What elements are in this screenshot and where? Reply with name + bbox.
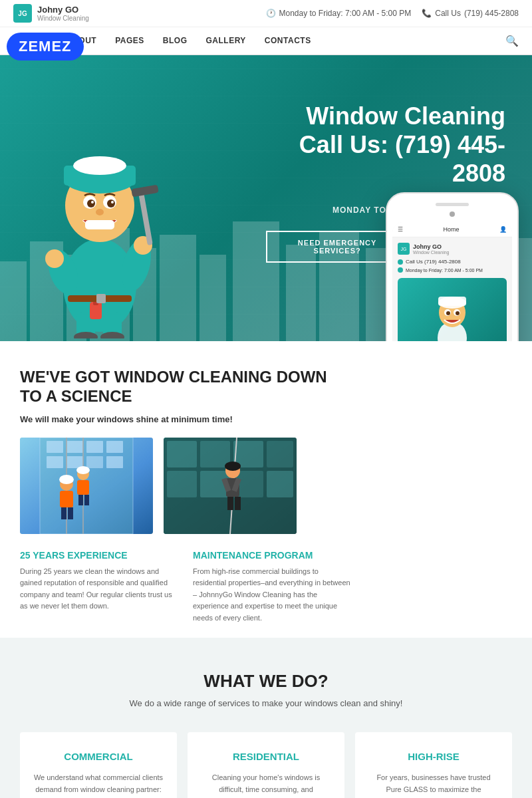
phone-info[interactable]: 📞 Call Us (719) 445-2808	[422, 9, 519, 18]
feature-text-2: From high-rise commercial buildings to r…	[193, 566, 352, 624]
call-label: Call Us	[435, 9, 461, 18]
phone-mockup: ☰ Home 👤 JG Johny GO Window Cleaning	[386, 192, 519, 341]
nav-item-contacts[interactable]: CONTACTS	[255, 28, 321, 55]
search-icon[interactable]: 🔍	[505, 35, 519, 47]
hero-section: Window Cleaning Call Us: (719) 445-2808 …	[0, 55, 532, 341]
what-title: WHAT WE DO?	[20, 671, 512, 692]
feature-maintenance: MAINTENANCE PROGRAM From high-rise comme…	[193, 550, 352, 624]
service-text-highrise: For years, businesses have trusted Pure …	[368, 771, 499, 798]
svg-rect-66	[61, 507, 66, 519]
svg-rect-0	[0, 261, 27, 341]
phone-call-icon	[398, 259, 403, 265]
about-left: WE'VE GOT WINDOW CLEANING DOWN TO A SCIE…	[20, 368, 352, 624]
svg-rect-30	[85, 220, 114, 229]
workers-image-2	[164, 438, 297, 534]
service-highrise: HIGH-RISE For years, businesses have tru…	[355, 732, 512, 798]
svg-rect-91	[235, 497, 241, 510]
hero-title: Window Cleaning Call Us: (719) 445-2808	[266, 102, 505, 188]
workers-svg-2	[164, 438, 297, 534]
svg-rect-44	[438, 297, 466, 306]
mascot-svg	[27, 99, 173, 338]
svg-rect-40	[96, 294, 106, 303]
brand-info: Johny GO Window Cleaning	[37, 5, 89, 22]
service-commercial: COMMERCIAL We understand what commercial…	[20, 732, 177, 798]
top-bar: JG Johny GO Window Cleaning 🕐 Monday to …	[0, 0, 532, 27]
svg-point-72	[59, 475, 74, 484]
svg-rect-77	[200, 441, 230, 467]
what-subtitle: We do a wide range of services to make y…	[20, 698, 512, 708]
about-content: WE'VE GOT WINDOW CLEANING DOWN TO A SCIE…	[20, 368, 512, 624]
phone-hours-icon	[398, 267, 403, 273]
svg-point-47	[446, 311, 450, 315]
phone-mascot-svg	[426, 281, 479, 341]
hours-text: Monday to Friday: 7:00 AM - 5:00 PM	[279, 9, 412, 18]
feature-title-1: 25 YEARS EXPERIENCE	[20, 550, 180, 561]
zemez-badge[interactable]: ZEMEZ	[7, 33, 84, 61]
phone-outer: ☰ Home 👤 JG Johny GO Window Cleaning	[386, 192, 519, 341]
about-title: WE'VE GOT WINDOW CLEANING DOWN TO A SCIE…	[20, 368, 352, 406]
about-section: WE'VE GOT WINDOW CLEANING DOWN TO A SCIE…	[0, 341, 532, 638]
svg-rect-69	[77, 480, 89, 495]
svg-point-22	[73, 156, 126, 175]
svg-point-27	[91, 201, 94, 203]
brand-name: Johny GO	[37, 5, 89, 15]
logo-icon: JG	[13, 4, 32, 23]
svg-rect-60	[86, 456, 103, 468]
service-residential: RESIDENTIAL Cleaning your home's windows…	[188, 732, 344, 798]
svg-rect-56	[86, 441, 103, 453]
svg-rect-6	[200, 255, 226, 341]
phone-brand-info: Johny GO Window Cleaning	[413, 243, 449, 255]
what-we-do-section: WHAT WE DO? We do a wide range of servic…	[0, 638, 532, 798]
about-image-1	[20, 438, 153, 534]
svg-rect-57	[106, 441, 123, 453]
phone-brand-name: Johny GO	[413, 243, 449, 250]
svg-point-29	[96, 209, 104, 215]
svg-rect-61	[106, 456, 123, 468]
svg-point-73	[76, 466, 90, 474]
phone-screen: ☰ Home 👤 JG Johny GO Window Cleaning	[392, 222, 512, 341]
svg-point-26	[107, 200, 115, 207]
service-title-highrise: HIGH-RISE	[368, 751, 499, 762]
svg-rect-59	[66, 456, 83, 468]
workers-svg-1	[20, 438, 153, 534]
phone-number: (719) 445-2808	[464, 9, 519, 18]
svg-point-28	[111, 201, 114, 203]
nav-item-pages[interactable]: PAGES	[106, 28, 154, 55]
phone-call-text: Call Us (719) 445-2808	[406, 259, 461, 265]
about-subtitle: We will make your windows shine at minim…	[20, 414, 352, 424]
workers-image-1	[20, 438, 153, 534]
phone-camera	[450, 211, 455, 217]
svg-rect-65	[60, 491, 73, 507]
nav-item-blog[interactable]: BLOG	[154, 28, 197, 55]
svg-rect-67	[68, 507, 73, 519]
svg-point-32	[45, 249, 64, 268]
svg-rect-80	[167, 471, 197, 497]
svg-point-25	[87, 200, 95, 207]
service-title-residential: RESIDENTIAL	[201, 751, 331, 762]
phone-hours-row: Monday to Friday: 7:00 AM - 5:00 PM	[398, 267, 507, 273]
svg-rect-71	[84, 495, 89, 505]
feature-text-1: During 25 years we clean the windows and…	[20, 566, 180, 612]
feature-experience: 25 YEARS EXPERIENCE During 25 years we c…	[20, 550, 180, 624]
svg-point-86	[225, 462, 241, 471]
services-grid: COMMERCIAL We understand what commercial…	[20, 732, 512, 798]
top-bar-right: 🕐 Monday to Friday: 7:00 AM - 5:00 PM 📞 …	[266, 9, 519, 18]
feature-grid: 25 YEARS EXPERIENCE During 25 years we c…	[20, 550, 352, 624]
phone-logo-row: JG Johny GO Window Cleaning	[398, 243, 507, 255]
feature-title-2: MAINTENANCE PROGRAM	[193, 550, 352, 561]
nav-item-gallery[interactable]: GALLERY	[196, 28, 255, 55]
phone-speaker	[436, 203, 469, 206]
svg-rect-76	[167, 441, 197, 467]
about-image-2	[164, 438, 297, 534]
brand-sub: Window Cleaning	[37, 15, 89, 22]
about-right-spacer	[372, 368, 512, 624]
phone-icon: 📞	[422, 9, 432, 18]
hours-info: 🕐 Monday to Friday: 7:00 AM - 5:00 PM	[266, 9, 412, 18]
phone-hours-text: Monday to Friday: 7:00 AM - 5:00 PM	[406, 268, 483, 273]
phone-logo-icon: JG	[398, 243, 410, 255]
phone-content: JG Johny GO Window Cleaning Call Us (719…	[392, 237, 512, 341]
svg-rect-55	[66, 441, 83, 453]
service-text-commercial: We understand what commercial clients de…	[33, 771, 164, 798]
svg-rect-70	[78, 495, 83, 505]
service-title-commercial: COMMERCIAL	[33, 751, 164, 762]
